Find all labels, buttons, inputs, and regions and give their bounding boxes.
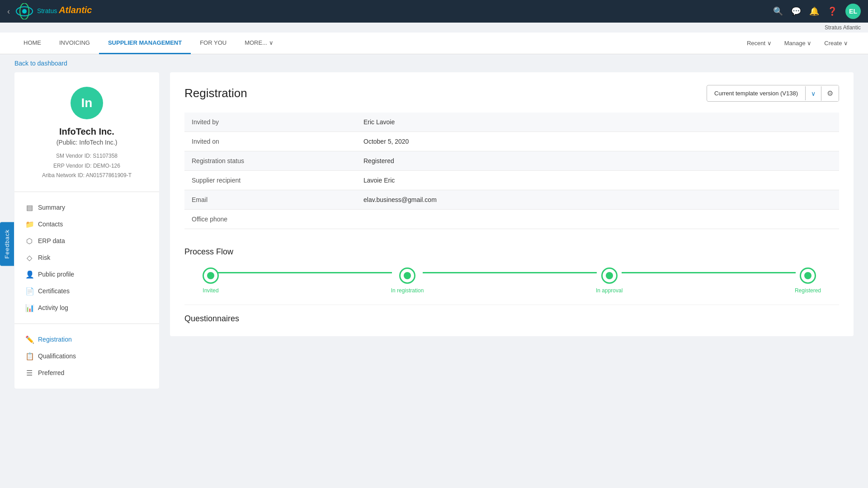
- svg-point-2: [22, 9, 27, 14]
- erp-vendor-id: ERP Vendor ID: DEMO-126: [22, 161, 152, 171]
- nav-menu-section2: ✏️ Registration 📋 Qualifications ☰ Prefe…: [14, 324, 159, 389]
- menu-risk[interactable]: ◇ Risk: [14, 249, 159, 266]
- flow-inner-in-registration: [404, 272, 411, 279]
- ariba-network-id: Ariba Network ID: AN01577861909-T: [22, 171, 152, 181]
- flow-circle-registered: [800, 267, 816, 284]
- menu-profile-label: Public profile: [38, 271, 74, 278]
- field-label: Registration status: [184, 151, 356, 171]
- profile-icon: 👤: [25, 270, 33, 279]
- activity-icon: 📊: [25, 304, 33, 312]
- flow-label-in-approval: In approval: [596, 287, 623, 294]
- flow-node-in-approval: In approval: [596, 267, 623, 294]
- field-label: Supplier recipient: [184, 171, 356, 190]
- menu-summary-label: Summary: [38, 204, 65, 211]
- feedback-button[interactable]: Feedback: [0, 222, 14, 266]
- menu-contacts-label: Contacts: [38, 221, 63, 228]
- process-flow-title: Process Flow: [184, 247, 839, 257]
- flow-line-1: [218, 272, 392, 273]
- menu-qualifications-label: Qualifications: [38, 352, 76, 360]
- menu-activity-label: Activity log: [38, 304, 68, 311]
- field-value: elav.business@gmail.com: [356, 190, 839, 210]
- field-label: Invited by: [184, 113, 356, 132]
- menu-public-profile[interactable]: 👤 Public profile: [14, 266, 159, 283]
- nav-manage[interactable]: Manage ∨: [779, 37, 817, 49]
- back-button[interactable]: ‹: [7, 7, 10, 16]
- questionnaires-title: Questionnaires: [184, 305, 839, 324]
- flow-circle-invited: [203, 267, 219, 284]
- nav-right: Recent ∨ Manage ∨ Create ∨: [741, 37, 854, 49]
- table-row: Invited onOctober 5, 2020: [184, 132, 839, 151]
- flow-inner-registered: [804, 272, 811, 279]
- menu-qualifications[interactable]: 📋 Qualifications: [14, 348, 159, 365]
- topbar-left: ‹ Stratus Atlantic: [7, 3, 92, 19]
- breadcrumb-bar: Back to dashboard: [0, 54, 868, 72]
- search-icon[interactable]: 🔍: [773, 6, 783, 16]
- flow-track: Invited In registration In approval: [184, 267, 839, 294]
- risk-icon: ◇: [25, 253, 33, 262]
- menu-erp-label: ERP data: [38, 237, 65, 244]
- chat-icon[interactable]: 💬: [791, 6, 801, 16]
- contacts-icon: 📁: [25, 220, 33, 229]
- flow-line-3: [622, 272, 796, 273]
- template-gear-button[interactable]: ⚙: [821, 85, 839, 101]
- table-row: Office phone: [184, 210, 839, 229]
- topbar: ‹ Stratus Atlantic 🔍 💬 🔔 ❓ EL: [0, 0, 868, 23]
- nav-for-you[interactable]: FOR YOU: [191, 33, 236, 54]
- feedback-tab-container: Feedback: [0, 222, 14, 266]
- registration-header: Registration Current template version (V…: [184, 85, 839, 102]
- certificates-icon: 📄: [25, 287, 33, 296]
- template-label: Current template version (V138): [707, 86, 806, 100]
- menu-certificates-label: Certificates: [38, 287, 70, 295]
- flow-node-in-registration: In registration: [391, 267, 424, 294]
- flow-circle-in-registration: [399, 267, 415, 284]
- flow-label-invited: Invited: [203, 287, 218, 294]
- field-label: Invited on: [184, 132, 356, 151]
- flow-node-invited: Invited: [203, 267, 219, 294]
- menu-summary[interactable]: ▤ Summary: [14, 199, 159, 216]
- nav-recent[interactable]: Recent ∨: [741, 37, 777, 49]
- flow-label-registered: Registered: [795, 287, 821, 294]
- nav-home[interactable]: HOME: [14, 33, 50, 54]
- flow-inner-in-approval: [606, 272, 613, 279]
- logo-stratus: Stratus: [37, 7, 57, 14]
- nav-invoicing[interactable]: INVOICING: [50, 33, 99, 54]
- avatar[interactable]: EL: [845, 4, 861, 19]
- field-value: [356, 210, 839, 229]
- menu-activity-log[interactable]: 📊 Activity log: [14, 300, 159, 316]
- bell-icon[interactable]: 🔔: [809, 6, 819, 16]
- topbar-username: Stratus Atlantic: [0, 23, 868, 33]
- flow-inner-invited: [207, 272, 214, 279]
- vendor-name: InfoTech Inc.: [22, 127, 152, 137]
- menu-registration-label: Registration: [38, 336, 72, 343]
- menu-risk-label: Risk: [38, 254, 50, 261]
- logo-atlantic: Atlantic: [59, 5, 92, 15]
- erp-icon: ⬡: [25, 237, 33, 245]
- menu-certificates[interactable]: 📄 Certificates: [14, 283, 159, 300]
- left-panel: In InfoTech Inc. (Public: InfoTech Inc.)…: [14, 72, 159, 389]
- navbar: HOME INVOICING SUPPLIER MANAGEMENT FOR Y…: [0, 33, 868, 54]
- table-row: Registration statusRegistered: [184, 151, 839, 171]
- registration-info-table: Invited byEric LavoieInvited onOctober 5…: [184, 113, 839, 229]
- menu-contacts[interactable]: 📁 Contacts: [14, 216, 159, 233]
- menu-registration[interactable]: ✏️ Registration: [14, 331, 159, 348]
- field-value: October 5, 2020: [356, 132, 839, 151]
- process-flow: Process Flow Invited In registration: [184, 240, 839, 301]
- flow-circle-in-approval: [601, 267, 618, 284]
- main-layout: In InfoTech Inc. (Public: InfoTech Inc.)…: [0, 72, 868, 403]
- breadcrumb-link[interactable]: Back to dashboard: [14, 60, 67, 67]
- qualifications-icon: 📋: [25, 352, 33, 361]
- nav-more[interactable]: MORE... ∨: [236, 33, 282, 54]
- nav-items: HOME INVOICING SUPPLIER MANAGEMENT FOR Y…: [14, 33, 741, 54]
- template-chevron-button[interactable]: ∨: [806, 86, 821, 101]
- help-icon[interactable]: ❓: [827, 6, 837, 16]
- menu-preferred-label: Preferred: [38, 369, 64, 376]
- nav-supplier-management[interactable]: SUPPLIER MANAGEMENT: [99, 33, 191, 54]
- menu-erp-data[interactable]: ⬡ ERP data: [14, 233, 159, 249]
- topbar-right: 🔍 💬 🔔 ❓ EL: [773, 4, 861, 19]
- table-row: Emailelav.business@gmail.com: [184, 190, 839, 210]
- table-row: Supplier recipientLavoie Eric: [184, 171, 839, 190]
- field-value: Registered: [356, 151, 839, 171]
- menu-preferred[interactable]: ☰ Preferred: [14, 365, 159, 381]
- preferred-icon: ☰: [25, 369, 33, 377]
- nav-create[interactable]: Create ∨: [819, 37, 854, 49]
